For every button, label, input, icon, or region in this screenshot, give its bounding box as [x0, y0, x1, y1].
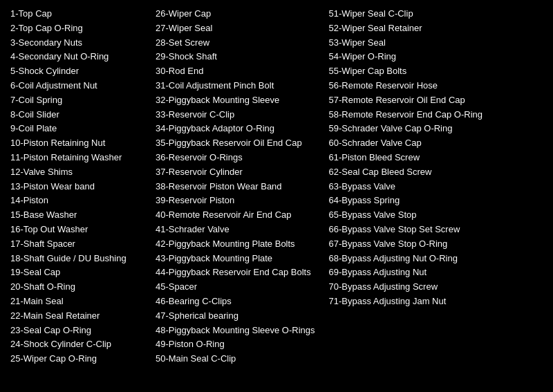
list-item: 60-Schrader Valve Cap: [329, 136, 483, 151]
list-item: 20-Shaft O-Ring: [10, 280, 142, 295]
list-item: 68-Bypass Adjusting Nut O-Ring: [329, 252, 483, 266]
list-item: 45-Spacer: [156, 280, 315, 295]
column-3: 51-Wiper Seal C-Clip52-Wiper Seal Retain…: [322, 7, 490, 385]
list-item: 62-Seal Cap Bleed Screw: [329, 165, 483, 180]
list-item: 6-Coil Adjustment Nut: [10, 79, 142, 93]
list-item: 40-Remote Reservoir Air End Cap: [156, 208, 315, 223]
list-item: 48-Piggyback Mounting Sleeve O-Rings: [156, 324, 315, 338]
list-item: 22-Main Seal Retainer: [10, 309, 142, 324]
list-item: 54-Wiper O-Ring: [329, 50, 483, 64]
list-item: 23-Seal Cap O-Ring: [10, 324, 142, 338]
list-item: 56-Remote Reservoir Hose: [329, 79, 483, 93]
list-item: 32-Piggyback Mounting Sleeve: [156, 93, 315, 108]
list-item: 43-Piggyback Mounting Plate: [156, 252, 315, 266]
list-item: 44-Piggyback Reservoir End Cap Bolts: [156, 265, 315, 280]
list-item: 71-Bypass Adjusting Jam Nut: [329, 295, 483, 309]
column-1: 1-Top Cap2-Top Cap O-Ring3-Secondary Nut…: [10, 7, 149, 385]
list-item: 24-Shock Cylinder C-Clip: [10, 337, 142, 352]
list-item: 39-Reservoir Piston: [156, 194, 315, 208]
list-item: 59-Schrader Valve Cap O-Ring: [329, 122, 483, 136]
list-item: 16-Top Out Washer: [10, 223, 142, 237]
list-item: 61-Piston Bleed Screw: [329, 151, 483, 165]
list-item: 42-Piggyback Mounting Plate Bolts: [156, 237, 315, 252]
list-item: 14-Piston: [10, 194, 142, 208]
list-item: 64-Bypass Spring: [329, 194, 483, 208]
column-2: 26-Wiper Cap27-Wiper Seal28-Set Screw29-…: [149, 7, 322, 385]
list-item: 2-Top Cap O-Ring: [10, 21, 142, 36]
list-item: 70-Bypass Adjusting Screw: [329, 280, 483, 295]
list-item: 5-Shock Cylinder: [10, 64, 142, 79]
list-item: 37-Reservoir Cylinder: [156, 165, 315, 180]
list-item: 9-Coil Plate: [10, 122, 142, 136]
list-item: 4-Secondary Nut O-Ring: [10, 50, 142, 64]
list-item: 34-Piggyback Adaptor O-Ring: [156, 122, 315, 136]
parts-list: 1-Top Cap2-Top Cap O-Ring3-Secondary Nut…: [10, 7, 543, 385]
list-item: 3-Secondary Nuts: [10, 36, 142, 50]
list-item: 28-Set Screw: [156, 36, 315, 50]
list-item: 31-Coil Adjustment Pinch Bolt: [156, 79, 315, 93]
list-item: 33-Reservoir C-Clip: [156, 108, 315, 122]
list-item: 66-Bypass Valve Stop Set Screw: [329, 223, 483, 237]
list-item: 29-Shock Shaft: [156, 50, 315, 64]
list-item: 47-Spherical bearing: [156, 309, 315, 324]
list-item: 65-Bypass Valve Stop: [329, 208, 483, 223]
list-item: 49-Piston O-Ring: [156, 337, 315, 352]
list-item: 35-Piggyback Reservoir Oil End Cap: [156, 136, 315, 151]
list-item: 52-Wiper Seal Retainer: [329, 21, 483, 36]
list-item: 55-Wiper Cap Bolts: [329, 64, 483, 79]
list-item: 27-Wiper Seal: [156, 21, 315, 36]
list-item: 26-Wiper Cap: [156, 7, 315, 21]
list-item: 25-Wiper Cap O-Ring: [10, 352, 142, 366]
list-item: 67-Bypass Valve Stop O-Ring: [329, 237, 483, 252]
list-item: 15-Base Washer: [10, 208, 142, 223]
list-item: 13-Piston Wear band: [10, 180, 142, 194]
list-item: 8-Coil Slider: [10, 108, 142, 122]
list-item: 17-Shaft Spacer: [10, 237, 142, 252]
list-item: 1-Top Cap: [10, 7, 142, 21]
list-item: 41-Schrader Valve: [156, 223, 315, 237]
list-item: 36-Reservoir O-Rings: [156, 151, 315, 165]
list-item: 19-Seal Cap: [10, 265, 142, 280]
list-item: 50-Main Seal C-Clip: [156, 352, 315, 366]
list-item: 63-Bypass Valve: [329, 180, 483, 194]
list-item: 51-Wiper Seal C-Clip: [329, 7, 483, 21]
list-item: 11-Piston Retaining Washer: [10, 151, 142, 165]
list-item: 30-Rod End: [156, 64, 315, 79]
list-item: 46-Bearing C-Clips: [156, 295, 315, 309]
list-item: 21-Main Seal: [10, 295, 142, 309]
list-item: 10-Piston Retaining Nut: [10, 136, 142, 151]
list-item: 18-Shaft Guide / DU Bushing: [10, 252, 142, 266]
list-item: 58-Remote Reservoir End Cap O-Ring: [329, 108, 483, 122]
list-item: 38-Reservoir Piston Wear Band: [156, 180, 315, 194]
list-item: 12-Valve Shims: [10, 165, 142, 180]
list-item: 57-Remote Reservoir Oil End Cap: [329, 93, 483, 108]
list-item: 7-Coil Spring: [10, 93, 142, 108]
list-item: 69-Bypass Adjusting Nut: [329, 265, 483, 280]
list-item: 53-Wiper Seal: [329, 36, 483, 50]
